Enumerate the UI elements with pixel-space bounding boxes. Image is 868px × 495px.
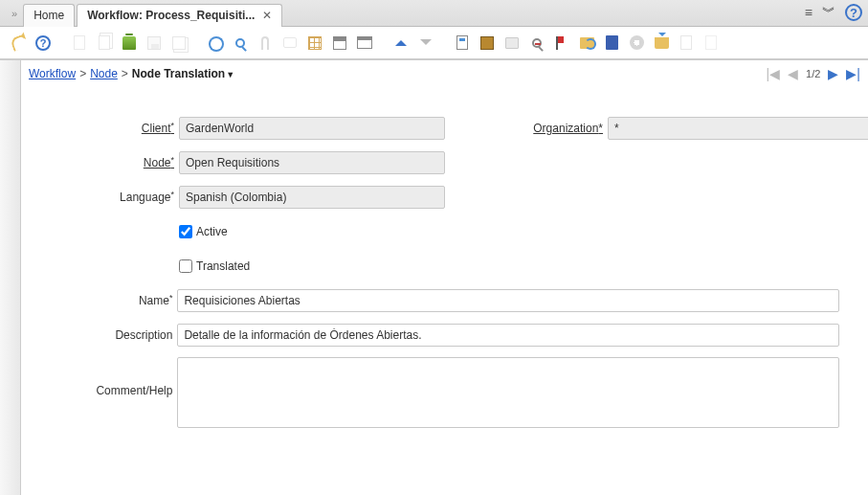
- node-field[interactable]: [179, 151, 445, 174]
- undo-button[interactable]: [8, 33, 29, 54]
- description-field[interactable]: [177, 324, 839, 347]
- pager: |◀ ◀ 1/2 ▶ ▶|: [766, 66, 860, 81]
- new-button[interactable]: [69, 33, 90, 54]
- archive-button[interactable]: [601, 33, 622, 54]
- active-checkbox-input[interactable]: [179, 225, 192, 238]
- breadcrumb-sep: >: [79, 67, 86, 80]
- help-icon[interactable]: ?: [845, 4, 862, 21]
- parent-button[interactable]: [390, 33, 412, 54]
- extra1-button[interactable]: [676, 33, 697, 54]
- sidebar-collapsed[interactable]: [0, 60, 21, 495]
- form: Client* Organization* Node* Language*: [21, 87, 868, 447]
- tab-home[interactable]: Home: [23, 4, 75, 27]
- content: Workflow > Node > Node Translation▼ |◀ ◀…: [21, 60, 868, 495]
- requests-button[interactable]: [576, 33, 597, 54]
- tab-workflow-label: Workflow: Process_Requisiti...: [87, 9, 255, 22]
- find-button[interactable]: [230, 33, 251, 54]
- menu-icon[interactable]: ≡: [805, 5, 812, 20]
- name-label: Name*: [50, 294, 177, 307]
- last-record-button[interactable]: ▶|: [846, 66, 860, 81]
- language-field[interactable]: [179, 186, 445, 209]
- breadcrumb-workflow[interactable]: Workflow: [29, 67, 76, 80]
- page-indicator: 1/2: [806, 68, 820, 79]
- expand-left-icon[interactable]: »: [6, 8, 23, 19]
- tab-home-label: Home: [33, 9, 64, 22]
- history-button[interactable]: [329, 33, 350, 54]
- chat-button[interactable]: [279, 33, 300, 54]
- breadcrumb-row: Workflow > Node > Node Translation▼ |◀ ◀…: [21, 60, 868, 87]
- import-button[interactable]: [651, 33, 672, 54]
- node-label[interactable]: Node*: [50, 156, 179, 169]
- translated-checkbox-label: Translated: [196, 259, 250, 273]
- client-field[interactable]: [179, 117, 445, 140]
- grid-toggle-button[interactable]: [304, 33, 325, 54]
- next-record-button[interactable]: ▶: [828, 66, 838, 81]
- main-area: Workflow > Node > Node Translation▼ |◀ ◀…: [0, 59, 868, 495]
- breadcrumb-node[interactable]: Node: [90, 67, 118, 80]
- close-icon[interactable]: ✕: [262, 9, 272, 22]
- delete-button[interactable]: [119, 33, 140, 54]
- organization-field[interactable]: [608, 117, 868, 140]
- report-button[interactable]: [452, 33, 473, 54]
- first-record-button[interactable]: |◀: [766, 66, 780, 81]
- process-button[interactable]: [626, 33, 647, 54]
- organization-label[interactable]: Organization*: [502, 122, 608, 135]
- tab-workflow[interactable]: Workflow: Process_Requisiti... ✕: [77, 4, 282, 27]
- zoom-across-button[interactable]: [526, 33, 547, 54]
- breadcrumb: Workflow > Node > Node Translation▼: [29, 67, 234, 80]
- export-button[interactable]: [477, 33, 498, 54]
- breadcrumb-sep: >: [122, 67, 128, 80]
- active-wf-button[interactable]: [551, 33, 572, 54]
- toolbar: ?: [0, 27, 868, 59]
- collapse-icon[interactable]: ︾: [822, 4, 835, 21]
- active-checkbox[interactable]: Active: [179, 225, 228, 238]
- translated-checkbox[interactable]: Translated: [179, 259, 250, 273]
- active-checkbox-label: Active: [196, 225, 228, 238]
- multi-button[interactable]: [354, 33, 375, 54]
- chevron-down-icon: ▼: [226, 70, 234, 79]
- comment-field[interactable]: [177, 357, 839, 428]
- copy-record-button[interactable]: [168, 33, 189, 54]
- extra2-button[interactable]: [701, 33, 722, 54]
- client-label[interactable]: Client*: [50, 122, 179, 135]
- refresh-button[interactable]: [205, 33, 226, 54]
- print-button[interactable]: [501, 33, 523, 54]
- translated-checkbox-input[interactable]: [179, 259, 192, 273]
- help-button[interactable]: ?: [33, 33, 54, 54]
- name-field[interactable]: [177, 289, 839, 312]
- language-label: Language*: [50, 191, 179, 204]
- comment-label: Comment/Help: [50, 357, 177, 397]
- copy-button[interactable]: [94, 33, 115, 54]
- save-button[interactable]: [144, 33, 165, 54]
- detail-button[interactable]: [415, 33, 436, 54]
- prev-record-button[interactable]: ◀: [788, 66, 798, 81]
- description-label: Description: [50, 328, 177, 342]
- breadcrumb-current[interactable]: Node Translation▼: [132, 67, 234, 80]
- attachment-button[interactable]: [255, 33, 276, 54]
- tab-bar: » Home Workflow: Process_Requisiti... ✕ …: [0, 0, 868, 27]
